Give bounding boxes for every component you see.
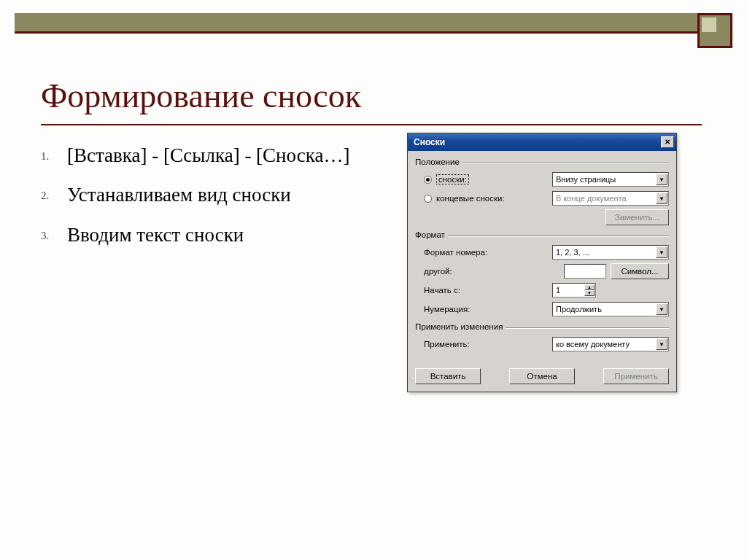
apply-to-combo[interactable]: ко всему документу ▼ — [552, 337, 669, 351]
radio-endnotes-label: концевые сноски: — [436, 194, 552, 203]
radio-endnotes[interactable] — [424, 195, 432, 203]
apply-to-label: Применить: — [424, 340, 552, 349]
decor-top-square — [697, 13, 732, 48]
title-underline — [41, 124, 702, 125]
group-position: Положение — [415, 157, 669, 167]
number-format-combo[interactable]: 1, 2, 3, ... ▼ — [552, 245, 669, 260]
symbol-button[interactable]: Символ... — [611, 263, 669, 279]
list-item: 3. Вводим текст сноски — [41, 222, 376, 248]
radio-footnotes-label: сноски: — [436, 175, 552, 184]
dialog-titlebar[interactable]: Сноски ✕ — [408, 133, 676, 151]
chevron-down-icon[interactable]: ▼ — [656, 246, 667, 258]
start-at-label: Начать с: — [424, 286, 552, 295]
list-text: Вводим текст сноски — [67, 222, 244, 248]
other-label: другой: — [424, 267, 564, 276]
radio-footnotes[interactable] — [424, 176, 432, 184]
decor-top-bar — [15, 13, 732, 34]
list-item: 2. Устанавливаем вид сноски — [41, 182, 376, 208]
cancel-button[interactable]: Отмена — [509, 368, 575, 384]
number-format-label: Формат номера: — [424, 248, 552, 257]
close-icon[interactable]: ✕ — [661, 136, 674, 148]
list-text: [Вставка] - [Ссылка] - [Сноска…] — [67, 142, 349, 168]
list-number: 1. — [41, 142, 67, 168]
footnote-position-combo[interactable]: Внизу страницы ▼ — [552, 172, 669, 187]
other-input[interactable] — [564, 264, 606, 279]
page-title: Формирование сносок — [41, 77, 361, 115]
chevron-down-icon[interactable]: ▼ — [656, 338, 667, 350]
spinner-up-icon[interactable]: ▲ — [584, 284, 595, 290]
list-number: 3. — [41, 222, 67, 248]
start-at-spinner[interactable]: 1 ▲ ▼ — [552, 283, 596, 298]
spinner-down-icon[interactable]: ▼ — [584, 290, 595, 296]
numbering-combo[interactable]: Продолжить ▼ — [552, 302, 669, 316]
chevron-down-icon: ▼ — [656, 192, 667, 204]
insert-button[interactable]: Вставить — [415, 368, 481, 384]
list-item: 1. [Вставка] - [Ссылка] - [Сноска…] — [41, 142, 376, 168]
endnote-position-combo: В конце документа ▼ — [552, 191, 669, 206]
group-apply-changes: Применить изменения — [415, 322, 669, 332]
instruction-list: 1. [Вставка] - [Ссылка] - [Сноска…] 2. У… — [41, 142, 376, 261]
footnotes-dialog: Сноски ✕ Положение сноски: Внизу страниц… — [407, 133, 677, 392]
apply-button: Применить — [603, 368, 669, 384]
list-text: Устанавливаем вид сноски — [67, 182, 291, 208]
list-number: 2. — [41, 182, 67, 208]
chevron-down-icon[interactable]: ▼ — [656, 174, 667, 185]
chevron-down-icon[interactable]: ▼ — [656, 303, 667, 315]
numbering-label: Нумерация: — [424, 305, 552, 314]
replace-button: Заменить... — [605, 209, 669, 225]
dialog-title: Сноски — [414, 137, 445, 147]
group-format: Формат — [415, 230, 669, 240]
